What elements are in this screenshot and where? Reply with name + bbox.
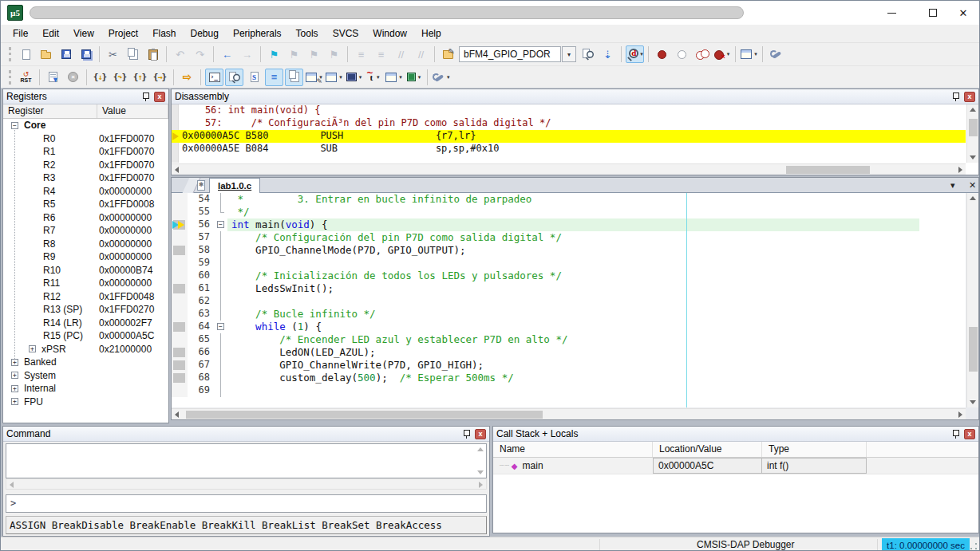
expand-icon[interactable]: + [11,398,18,405]
register-row[interactable]: R40x00000000 [3,185,168,199]
register-row[interactable]: +System [3,369,168,383]
navigate-back-button[interactable]: ← [218,45,236,63]
expand-icon[interactable]: + [11,359,18,366]
command-window-button[interactable]: ›_ [205,69,223,86]
registers-tree[interactable]: −CoreR00x1FFD0070R10x1FFD0070R20x1FFD007… [3,119,168,408]
target-select[interactable]: bFM4_GPIO_PDOR [459,46,561,62]
register-row[interactable]: R50x1FFD0008 [3,198,168,211]
watch-window-button[interactable]: ▾ [305,69,323,86]
debug-settings-button[interactable]: ▾ [432,69,451,86]
expand-icon[interactable]: + [11,385,18,392]
menu-debug[interactable]: Debug [184,26,226,41]
insert-breakpoint-button[interactable] [653,45,671,63]
register-row[interactable]: R100x00000B74 [3,264,168,277]
run-button[interactable]: ▼ [44,69,62,86]
kill-all-breakpoints-button-dropdown-icon[interactable]: ▾ [727,51,730,57]
reset-button[interactable]: ↺RST [17,69,35,86]
code-text[interactable]: int main(void) { [227,218,919,231]
fold-margin[interactable] [215,295,227,308]
fold-margin[interactable] [215,270,227,282]
code-text[interactable]: GPIO_ChannelWrite(P7D, GPIO_HIGH); [227,359,966,372]
code-line[interactable]: 62 [172,295,966,308]
memory-window-button[interactable]: ▾ [325,69,343,86]
breakpoint-gutter[interactable] [172,206,188,218]
close-icon[interactable]: x [154,92,165,102]
run-to-cursor-button[interactable]: {→} [151,69,169,86]
bookmark-next-button[interactable]: ⚑ [305,45,323,63]
callstack-row[interactable]: ┈┈◆main0x00000A5Cint f() [493,458,978,474]
code-text[interactable]: while (1) { [227,321,966,333]
memory-window-button-dropdown-icon[interactable]: ▾ [339,74,342,81]
fold-margin[interactable] [215,333,227,346]
command-input[interactable]: > [6,494,487,513]
disassembly-line[interactable]: 56: int main(void) { [172,104,966,117]
register-row[interactable]: R30x1FFD0070 [3,171,168,185]
code-text[interactable]: */ [227,206,966,218]
fold-margin[interactable] [215,346,227,359]
menu-peripherals[interactable]: Peripherals [226,26,289,41]
menu-edit[interactable]: Edit [35,26,66,41]
save-button[interactable] [57,45,75,63]
options-for-target-button[interactable]: ✎ [439,45,457,63]
code-line[interactable]: 64− while (1) { [172,321,966,333]
code-line[interactable]: 57 /* Configuración del pin P7D como sal… [172,231,966,244]
fold-collapse-icon[interactable]: − [217,221,224,228]
breakpoint-gutter[interactable] [172,372,188,384]
callstack-type-cell[interactable]: int f() [762,458,867,474]
breakpoint-gutter[interactable] [172,218,188,231]
step-out-button[interactable]: {↑} [131,69,149,86]
fold-margin[interactable] [215,359,227,372]
register-value[interactable]: 0x1FFD0270 [99,304,154,315]
disassembly-line[interactable]: 0x00000A5E B084 SUB sp,sp,#0x10 [172,143,966,155]
bookmark-toggle-button[interactable]: ⚑ [265,45,283,63]
command-output[interactable] [6,443,487,478]
code-text[interactable] [227,295,966,308]
menu-flash[interactable]: Flash [145,26,183,41]
register-value[interactable]: 0x1FFD0070 [99,146,154,157]
disassembly-vertical-scrollbar[interactable] [966,104,978,163]
comment-button[interactable]: // [392,45,410,63]
copy-button[interactable] [124,45,142,63]
breakpoint-gutter[interactable] [172,359,188,372]
register-value[interactable]: 0x1FFD0070 [99,159,154,171]
kill-all-breakpoints-button[interactable]: ×▾ [713,45,731,63]
code-line[interactable]: 54 * 3. Entrar en bucle infinito de parp… [172,193,966,206]
register-value[interactable]: 0x1FFD0070 [99,133,154,144]
register-value[interactable]: 0x000002F7 [99,317,152,329]
show-next-statement-button[interactable]: ⇨ [178,69,196,86]
debug-settings-button-dropdown-icon[interactable]: ▾ [447,74,450,81]
breakpoint-gutter[interactable] [172,193,188,206]
fold-collapse-icon[interactable]: − [217,323,224,330]
disassembly-window-button[interactable] [225,69,243,86]
tab-close-icon[interactable]: ✕ [969,180,976,191]
code-line[interactable]: 65 /* Encender LED azul y establecer P7D… [172,333,966,346]
fold-margin[interactable] [215,257,227,270]
analysis-window-button-dropdown-icon[interactable]: ▾ [377,74,380,81]
register-value[interactable]: 0x00000000 [99,277,152,289]
pin-icon[interactable] [950,428,961,439]
code-text[interactable]: GPIO_ChannelMode(P7D, GPIO_OUTPUT); [227,244,966,257]
code-line[interactable]: 56−int main(void) { [172,218,966,231]
menu-project[interactable]: Project [101,26,145,41]
register-row[interactable]: R14 (LR)0x000002F7 [3,317,168,330]
bookmark-prev-button[interactable]: ⚑ [285,45,303,63]
menu-tools[interactable]: Tools [289,26,326,41]
code-line[interactable]: 59 [172,257,966,270]
register-value[interactable]: 0x1FFD0048 [99,291,154,302]
code-editor[interactable]: 54 * 3. Entrar en bucle infinito de parp… [172,193,966,407]
system-viewer-button[interactable]: ▾ [385,69,403,86]
register-value[interactable]: 0x1FFD0070 [99,172,154,183]
breakpoint-gutter[interactable] [172,346,188,359]
fold-margin[interactable] [215,282,227,295]
breakpoint-gutter[interactable] [172,282,188,295]
menu-file[interactable]: File [6,26,35,41]
editor-horizontal-scrollbar[interactable] [172,408,966,419]
configure-button[interactable] [767,45,785,63]
register-value[interactable]: 0x00000000 [99,225,152,236]
step-button[interactable]: {↓} [91,69,109,86]
code-line[interactable]: 58 GPIO_ChannelMode(P7D, GPIO_OUTPUT); [172,244,966,257]
breakpoint-gutter[interactable] [172,384,188,397]
disassembly-line[interactable]: 57: /* ConfiguraciÃ³n del pin P7D como s… [172,117,966,130]
register-row[interactable]: R60x00000000 [3,211,168,225]
register-value[interactable]: 0x00000000 [99,186,152,197]
